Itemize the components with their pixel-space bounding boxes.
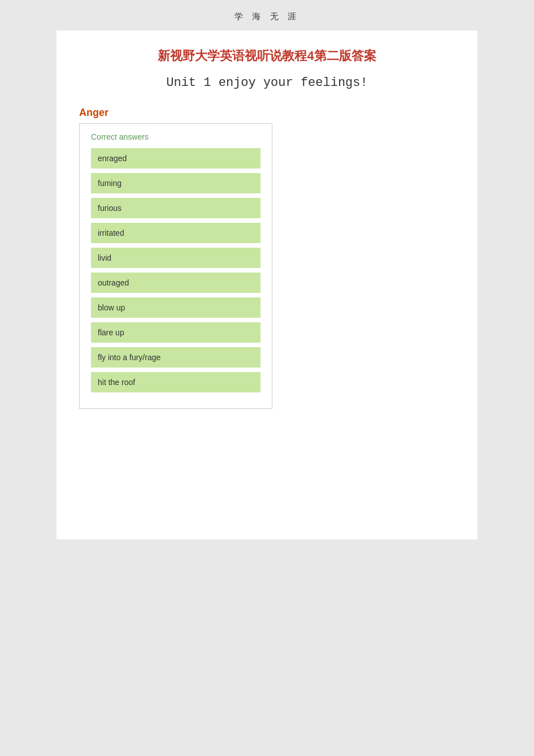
unit-title: Unit 1 enjoy your feelings! (79, 76, 455, 90)
answer-item: hit the roof (91, 372, 261, 392)
page-title: 新视野大学英语视听说教程4第二版答案 (79, 47, 455, 64)
answer-item: fuming (91, 173, 261, 193)
section-anger-title: Anger (79, 107, 455, 119)
answer-item: fly into a fury/rage (91, 347, 261, 368)
answer-item: furious (91, 198, 261, 218)
answer-item: outraged (91, 273, 261, 293)
answer-item: flare up (91, 322, 261, 343)
answer-item: livid (91, 248, 261, 268)
top-watermark: 学 海 无 涯 (0, 0, 534, 31)
answer-item: blow up (91, 297, 261, 318)
answer-item: enraged (91, 148, 261, 169)
answer-item: irritated (91, 223, 261, 243)
answers-list: enragedfumingfuriousirritatedlividoutrag… (91, 148, 261, 392)
correct-answers-label: Correct answers (91, 132, 261, 141)
section-card: Correct answers enragedfumingfuriousirri… (79, 123, 272, 409)
main-content: 新视野大学英语视听说教程4第二版答案 Unit 1 enjoy your fee… (57, 31, 477, 539)
